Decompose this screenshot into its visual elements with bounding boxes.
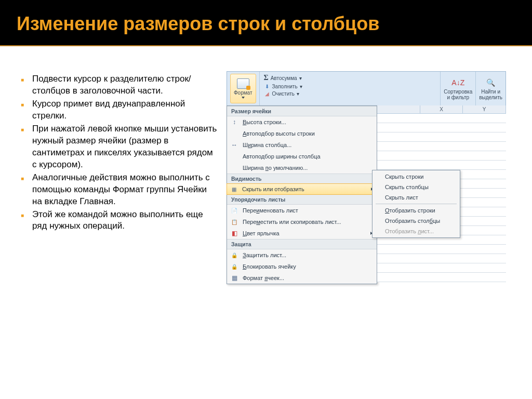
submenu-hide-sheet[interactable]: Скрыть лист — [374, 192, 459, 203]
binoculars-icon: 🔍 — [486, 77, 496, 88]
bullet-list: ■Подвести курсор к разделителю строк/сто… — [21, 59, 218, 233]
format-icon — [237, 78, 249, 89]
menu-item-protect[interactable]: Защитить лист... — [227, 249, 377, 261]
move-icon — [230, 218, 238, 226]
list-item: ■Подвести курсор к разделителю строк/сто… — [21, 73, 218, 97]
bullet-icon: ■ — [21, 126, 24, 171]
editing-group: ΣАвтосумма ▾ ⬇Заполнить ▾ ◢Очистить ▾ — [260, 72, 441, 105]
list-item: ■Аналогичные действия можно выполнить с … — [21, 172, 218, 208]
sigma-icon: Σ — [264, 74, 269, 82]
format-dropdown: Размер ячейки Высота строки... Автоподбо… — [227, 105, 377, 284]
cells-icon — [230, 274, 238, 282]
slide-header: Изменение размеров строк и столбцов — [0, 0, 532, 45]
clear-button[interactable]: ◢Очистить ▾ — [264, 90, 436, 97]
format-group: Формат — [227, 72, 260, 105]
sort-icon: A↓Z — [453, 77, 463, 88]
row-height-icon — [230, 118, 238, 126]
menu-item-auto-col[interactable]: Автоподбор ширины столбца — [227, 151, 377, 162]
menu-item-lock-cell[interactable]: Блокировать ячейку — [227, 261, 377, 272]
content-area: ■Подвести курсор к разделителю строк/сто… — [0, 46, 532, 233]
menu-item-col-width[interactable]: Ширина столбца... — [227, 139, 377, 151]
menu-item-auto-row[interactable]: Автоподбор высоты строки — [227, 128, 377, 139]
color-icon — [230, 229, 238, 237]
screenshot-area: Формат ΣАвтосумма ▾ ⬇Заполнить ▾ ◢Очисти… — [227, 59, 522, 233]
column-header[interactable]: Y — [463, 105, 506, 113]
column-header[interactable]: X — [420, 105, 463, 113]
bullet-icon: ■ — [21, 76, 24, 97]
fill-button[interactable]: ⬇Заполнить ▾ — [264, 83, 436, 89]
bullet-icon: ■ — [21, 101, 24, 122]
bullet-icon: ■ — [21, 175, 24, 208]
menu-item-move[interactable]: Переместить или скопировать лист... — [227, 216, 377, 228]
ribbon: Формат ΣАвтосумма ▾ ⬇Заполнить ▾ ◢Очисти… — [227, 71, 506, 105]
sort-group[interactable]: A↓Z Сортировка и фильтр — [441, 72, 476, 105]
list-item: ■При нажатой левой кнопке мыши установит… — [21, 123, 218, 171]
excel-screenshot: Формат ΣАвтосумма ▾ ⬇Заполнить ▾ ◢Очисти… — [227, 71, 506, 284]
hide-show-submenu: Скрыть строки Скрыть столбцы Скрыть лист… — [372, 170, 460, 238]
menu-item-tab-color[interactable]: Цвет ярлычка — [227, 228, 377, 239]
submenu-show-rows[interactable]: Отобразить строки — [374, 205, 459, 216]
format-button[interactable]: Формат — [230, 74, 256, 103]
menu-section: Упорядочить листы — [227, 194, 377, 205]
slide-title: Изменение размеров строк и столбцов — [17, 12, 515, 35]
fill-icon: ⬇ — [264, 83, 270, 89]
menu-section: Защита — [227, 239, 377, 249]
menu-separator — [376, 204, 457, 204]
submenu-show-sheet: Отобразить лист... — [374, 226, 459, 236]
lock-icon — [230, 262, 238, 271]
hide-icon — [230, 185, 238, 193]
menu-item-hide-show[interactable]: Скрыть или отобразить — [227, 183, 377, 195]
lock-icon — [230, 251, 238, 259]
col-width-icon — [230, 141, 238, 149]
sheet-icon — [230, 206, 238, 215]
menu-section: Размер ячейки — [227, 106, 377, 116]
list-item: ■Этой же командой можно выполнить еще ря… — [21, 209, 218, 233]
chevron-down-icon — [242, 97, 245, 99]
menu-section: Видимость — [227, 174, 377, 184]
menu-item-row-height[interactable]: Высота строки... — [227, 116, 377, 128]
bullet-icon: ■ — [21, 212, 24, 233]
menu-item-rename[interactable]: Переименовать лист — [227, 205, 377, 216]
autosum-button[interactable]: ΣАвтосумма ▾ — [264, 74, 436, 82]
menu-item-format-cells[interactable]: Формат ячеек... — [227, 272, 377, 284]
submenu-show-cols[interactable]: Отобразить столбцы — [374, 216, 459, 226]
submenu-hide-rows[interactable]: Скрыть строки — [374, 171, 459, 182]
eraser-icon: ◢ — [264, 90, 270, 97]
list-item: ■Курсор примет вид двунаправленной стрел… — [21, 98, 218, 122]
submenu-hide-cols[interactable]: Скрыть столбцы — [374, 182, 459, 192]
menu-item-default-width[interactable]: Ширина по умолчанию... — [227, 162, 377, 174]
find-group[interactable]: 🔍 Найти и выделить — [476, 72, 506, 105]
